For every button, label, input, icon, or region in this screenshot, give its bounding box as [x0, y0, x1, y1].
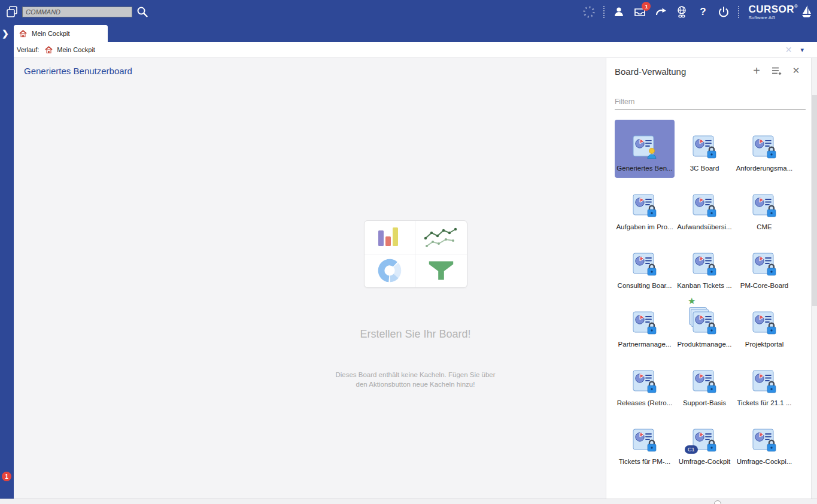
board-tile[interactable]: ★ — [675, 120, 734, 178]
board-tile[interactable]: ★ — [734, 296, 794, 354]
board-tile-icon: C1 — [750, 134, 779, 162]
user-icon[interactable] — [612, 5, 625, 19]
board-management-panel: Board-Verwaltung + ✕ ★ — [606, 58, 811, 499]
board-tile[interactable]: ★ — [675, 354, 734, 412]
board-tile-icon: C1 — [750, 369, 779, 396]
layers-icon[interactable] — [5, 5, 19, 19]
inbox-icon[interactable]: 1 — [633, 5, 646, 19]
board-tile-label: Support-Basis — [683, 399, 726, 406]
left-sidebar-strip: ❯ 1 — [0, 24, 14, 499]
board-tile-icon: C1 — [630, 193, 659, 220]
globe-link-icon[interactable] — [675, 5, 688, 19]
board-tile-label: Tickets für 21.1 ... — [737, 399, 792, 406]
board-tile[interactable]: ★ — [615, 178, 675, 236]
help-icon[interactable]: ? — [696, 5, 709, 19]
top-bar: 1 ? — [0, 0, 817, 24]
command-input[interactable] — [22, 7, 132, 17]
board-tile[interactable]: ★ — [615, 237, 675, 295]
panel-title: Board-Verwaltung — [615, 66, 686, 77]
tab-mein-cockpit[interactable]: Mein Cockpit — [14, 25, 108, 42]
close-panel-icon[interactable]: ✕ — [791, 65, 801, 76]
empty-board-description-line1: Dieses Board enthält keine Kacheln. Füge… — [335, 370, 495, 379]
board-tile-icon: C1 — [690, 193, 719, 220]
board-tile-label: Releases (Retro... — [617, 399, 673, 406]
board-tile[interactable]: ★ — [615, 354, 675, 412]
board-tile[interactable]: ★ — [615, 413, 675, 471]
history-label: Verlauf: — [17, 46, 39, 53]
empty-board-heading: Erstellen Sie Ihr Board! — [360, 328, 470, 341]
filter-input[interactable] — [615, 94, 806, 110]
cursor-logo[interactable]: CURSOR® Software AG — [748, 4, 812, 20]
history-controls: ✕ ▾ — [785, 45, 804, 54]
panel-actions: + ✕ — [751, 65, 801, 76]
top-bar-actions: 1 ? — [582, 0, 812, 24]
board-tile[interactable]: ★ — [734, 178, 794, 236]
search-icon[interactable] — [136, 5, 149, 19]
power-icon[interactable] — [717, 5, 730, 19]
clear-history-icon[interactable]: ✕ — [785, 45, 792, 54]
c1-badge: C1 — [685, 445, 698, 454]
divider — [738, 6, 739, 18]
tab-label: Mein Cockpit — [32, 30, 70, 37]
history-bar: Verlauf: Mein Cockpit ✕ ▾ — [14, 42, 817, 58]
board-tile-icon: C1 — [750, 193, 779, 220]
board-tile-icon: C1 — [630, 134, 659, 162]
board-tile[interactable]: ★ — [734, 237, 794, 295]
sidebar-notification-badge[interactable]: 1 — [2, 472, 11, 481]
bottom-bar — [0, 499, 817, 504]
board-tile-label: Anforderungsma... — [736, 165, 793, 172]
board-tile[interactable]: ★ — [675, 178, 734, 236]
sailboat-icon — [800, 4, 812, 20]
board-tile-label: 3C Board — [690, 165, 719, 172]
inbox-badge: 1 — [642, 2, 651, 11]
empty-board-description: Dieses Board enthält keine Kacheln. Füge… — [335, 370, 495, 389]
board-tile-icon: C1 — [690, 310, 719, 338]
board-tile-label: CME — [757, 223, 772, 230]
spinner-icon — [582, 5, 596, 19]
board-tile-label: Projektportal — [745, 341, 784, 348]
board-tile-label: Tickets für PM-... — [619, 458, 670, 465]
board-tile-label: Umfrage-Cockpit — [679, 458, 730, 465]
board-tile[interactable]: ★ — [734, 413, 794, 471]
history-entry-label: Mein Cockpit — [57, 46, 95, 53]
board-tile-icon: C1 — [690, 427, 719, 455]
history-entry-mein-cockpit[interactable]: Mein Cockpit — [45, 46, 95, 54]
home-icon — [45, 46, 53, 54]
board-tile-label: Umfrage-Cockpi... — [737, 458, 792, 465]
board-tile-icon: C1 — [690, 251, 719, 279]
donut-chart-icon — [365, 254, 416, 288]
redo-arrow-icon[interactable] — [654, 5, 667, 19]
board-tile[interactable]: ★ — [675, 296, 734, 354]
add-board-icon[interactable]: + — [751, 65, 762, 76]
panel-scrollbar-thumb[interactable] — [812, 95, 817, 306]
tab-bar: Mein Cockpit — [14, 24, 817, 42]
board-tile-icon: C1 — [750, 251, 779, 279]
panel-bottom-handle[interactable] — [714, 500, 721, 504]
board-tile[interactable]: ★ — [675, 237, 734, 295]
board-tile-icon: C1 — [750, 427, 779, 455]
board-tile[interactable]: ★ — [675, 413, 734, 471]
board-tile[interactable]: ★ — [734, 354, 794, 412]
board-tile-icon: C1 — [630, 427, 659, 455]
board-tile-label: Kanban Tickets ... — [677, 282, 731, 289]
add-list-icon[interactable] — [771, 65, 782, 76]
empty-board-illustration — [364, 220, 467, 288]
board-tile-label: Partnermanage... — [618, 341, 672, 348]
board-tile-label: Generiertes Ben... — [616, 165, 672, 172]
app-window: 1 ? — [0, 0, 817, 504]
board-tile-icon: C1 — [630, 369, 659, 396]
history-dropdown-caret-icon[interactable]: ▾ — [800, 46, 804, 54]
board-tile-icon: C1 — [690, 134, 719, 162]
board-tile[interactable]: ★ — [734, 120, 794, 178]
board-tile[interactable]: ★ — [615, 120, 675, 178]
funnel-icon — [415, 254, 467, 288]
board-tile-label: Produktmanage... — [678, 341, 732, 348]
expand-sidebar-chevron-icon[interactable]: ❯ — [2, 29, 9, 38]
divider — [603, 6, 605, 18]
board-tile-icon: C1 — [630, 310, 659, 338]
board-tile-label: Aufwandsübersi... — [677, 223, 731, 230]
board-tile[interactable]: ★ — [615, 296, 675, 354]
board-tile-grid: ★ — [615, 120, 795, 472]
bar-chart-icon — [365, 221, 416, 254]
board-tile-icon: C1 — [690, 369, 719, 396]
